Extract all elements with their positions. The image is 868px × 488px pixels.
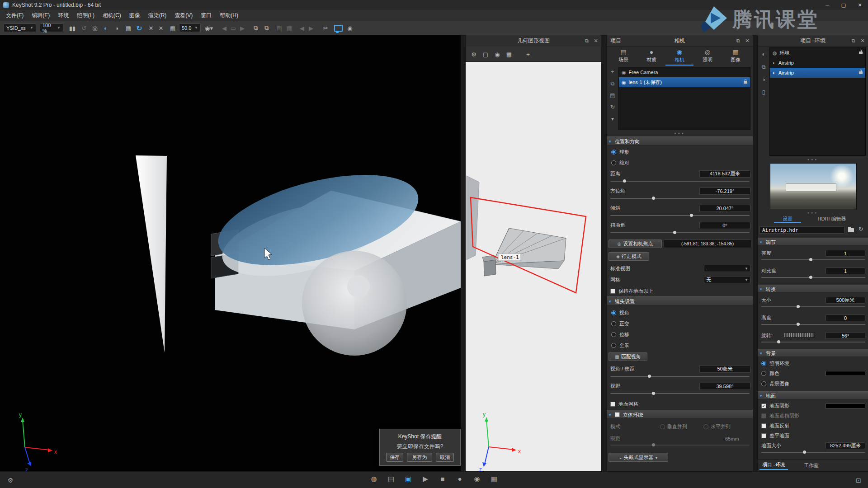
slider-thumb[interactable] — [797, 305, 800, 308]
bg-image-radio[interactable] — [761, 381, 766, 386]
community-icon[interactable]: ◉ — [345, 23, 354, 33]
menu-render[interactable]: 渲染(R) — [144, 10, 171, 21]
library-icon[interactable]: ▤ — [386, 475, 396, 483]
environment-list-item-selected[interactable]: ◐ Airstrip — [770, 68, 865, 78]
slider-thumb[interactable] — [623, 179, 626, 183]
ground-occlusion-checkbox[interactable] — [761, 413, 766, 418]
section-lens[interactable]: ▾ 镜头设置 — [607, 296, 753, 305]
menu-window[interactable]: 窗口 — [197, 10, 216, 21]
zoom-combo[interactable]: 100 %▼ — [40, 23, 63, 32]
duplicate-camera-icon[interactable]: ⧉ — [607, 79, 618, 89]
tab-lighting[interactable]: ◎照明 — [693, 47, 722, 65]
screenshot-icon[interactable]: ▦ — [489, 475, 499, 483]
ground-shadow-color-swatch[interactable] — [826, 404, 865, 408]
orbit-camera-icon[interactable]: ◎ — [90, 23, 99, 33]
brightness-input[interactable]: 1 — [826, 250, 865, 257]
tab-camera[interactable]: ◉相机 — [665, 47, 693, 66]
section-ground[interactable]: ▾ 地面 — [758, 391, 868, 399]
float-panel-icon[interactable]: ⧉ — [849, 35, 858, 47]
azimuth-input[interactable]: -76.219° — [699, 188, 750, 195]
section-background[interactable]: ▾ 背景 — [758, 349, 868, 357]
close-panel-icon[interactable]: ✕ — [858, 35, 867, 47]
slider-thumb[interactable] — [652, 197, 655, 200]
twist-input[interactable]: 0° — [699, 222, 750, 229]
rotation-slider[interactable] — [761, 342, 865, 343]
tab-material[interactable]: ●材质 — [637, 47, 665, 65]
perspective-grid-icon[interactable]: ▦ — [124, 23, 133, 33]
field-input[interactable]: 39.598° — [699, 383, 750, 390]
delete-environment-icon[interactable]: ▯ — [758, 87, 769, 97]
incline-slider[interactable] — [610, 215, 750, 216]
refresh-icon[interactable]: ↻ — [856, 224, 865, 233]
fov-slider[interactable] — [610, 376, 750, 377]
ground-reflection-checkbox[interactable] — [761, 423, 766, 428]
camera-view-icon[interactable]: ◉ — [493, 50, 502, 59]
menu-help[interactable]: 帮助(H) — [216, 10, 242, 21]
mode-vertical-radio[interactable] — [660, 424, 665, 429]
close-panel-icon[interactable]: ✕ — [591, 35, 600, 47]
slider-thumb[interactable] — [648, 375, 651, 378]
maximize-button[interactable]: ▢ — [835, 0, 852, 10]
prev-frame-icon[interactable]: ◀ — [220, 23, 229, 33]
menu-file[interactable]: 文件(F) — [2, 10, 28, 21]
height-input[interactable]: 0 — [826, 314, 865, 321]
azimuth-slider[interactable] — [610, 198, 750, 199]
keep-above-checkbox[interactable] — [610, 289, 615, 294]
slider-thumb[interactable] — [652, 443, 655, 446]
standard-view-dropdown[interactable]: - ▼ — [704, 265, 750, 272]
xr-icon[interactable]: ■ — [438, 475, 448, 483]
close-button[interactable]: ✕ — [852, 0, 868, 10]
environment-list-item[interactable]: ◐ Airstrip — [770, 58, 865, 68]
stereo-checkbox[interactable] — [615, 412, 620, 417]
distance-slider[interactable] — [610, 181, 750, 182]
camera-mode-icon[interactable]: ◐ — [101, 23, 110, 33]
section-transform[interactable]: ▾ 转换 — [758, 285, 868, 293]
slider-thumb[interactable] — [652, 392, 655, 395]
slider-thumb[interactable] — [673, 231, 676, 234]
camera-select-icon[interactable]: ◉▾ — [204, 23, 213, 33]
add-environment-icon[interactable]: ◐ — [758, 49, 769, 59]
hdri-preview-image[interactable] — [770, 163, 857, 209]
set-camera-focus-button[interactable]: ◎ 设置相机焦点 — [609, 239, 662, 248]
ground-flatten-checkbox[interactable] — [761, 433, 766, 438]
layout-a-icon[interactable]: ▤ — [275, 23, 284, 33]
panel-resize-dots[interactable]: ●●● — [607, 131, 753, 135]
menu-environment[interactable]: 环境 — [54, 10, 73, 21]
panel-resize-dots[interactable]: ●●● — [758, 158, 868, 161]
fov-input[interactable]: 50毫米 — [699, 366, 750, 373]
hdri-file-field[interactable]: Airstrip.hdr — [760, 226, 844, 234]
camera-list-item-selected[interactable]: ◉ lens-1 (未保存) — [619, 77, 750, 87]
camera-list-item[interactable]: ◉ Free Camera — [619, 67, 750, 77]
copy-view-icon[interactable]: ⧉ — [251, 23, 260, 33]
rotation-input[interactable]: 56° — [826, 332, 865, 339]
rotation-drag-widget[interactable] — [784, 333, 815, 338]
duplicate-environment-icon[interactable]: ⧉ — [758, 62, 769, 72]
panorama-radio[interactable] — [611, 343, 616, 348]
reset-camera-icon[interactable]: ↻ — [135, 23, 144, 33]
slider-thumb[interactable] — [690, 214, 693, 217]
mode-horizontal-radio[interactable] — [703, 424, 708, 429]
tab-settings[interactable]: 设置 — [774, 216, 801, 223]
twist-slider[interactable] — [610, 232, 750, 233]
perspective-radio[interactable] — [611, 310, 616, 315]
next-view-icon[interactable]: ▶ — [307, 23, 316, 33]
pan-tool-icon[interactable]: + — [524, 50, 533, 59]
shift-radio[interactable] — [611, 332, 616, 337]
layout-b-icon[interactable]: ▦ — [285, 23, 294, 33]
cross-tool-icon[interactable]: ✕ — [156, 23, 165, 33]
float-panel-icon[interactable]: ⧉ — [734, 35, 743, 47]
height-slider[interactable] — [761, 324, 865, 325]
tab-scene[interactable]: ▤场景 — [609, 47, 637, 65]
slider-thumb[interactable] — [809, 276, 812, 279]
orthographic-radio[interactable] — [611, 321, 616, 326]
open-folder-icon[interactable] — [848, 228, 854, 232]
save-camera-icon[interactable]: ▾ — [607, 114, 618, 124]
fullscreen-icon[interactable]: ⊡ — [854, 475, 863, 485]
incline-input[interactable]: 20.047° — [699, 205, 750, 212]
menu-lighting[interactable]: 照明(L) — [73, 10, 99, 21]
bg-lighting-radio[interactable] — [761, 361, 766, 366]
contrast-slider[interactable] — [761, 277, 865, 278]
cancel-button[interactable]: 取消 — [436, 453, 454, 462]
menu-image[interactable]: 图像 — [125, 10, 144, 21]
field-slider[interactable] — [610, 393, 750, 394]
